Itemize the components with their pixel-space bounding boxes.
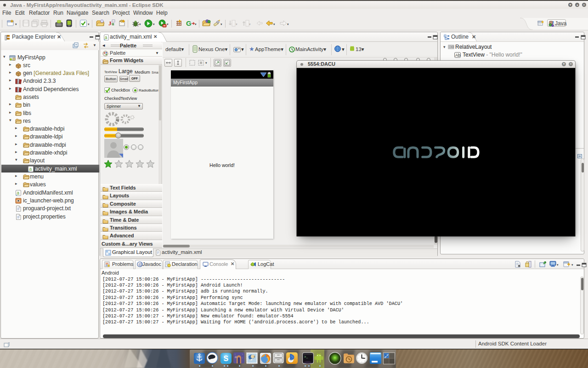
svg-text:Ab: Ab xyxy=(455,53,460,58)
svg-text:a: a xyxy=(105,35,107,40)
svg-text:@: @ xyxy=(138,262,142,267)
svg-text:S: S xyxy=(224,355,229,362)
svg-text:a: a xyxy=(29,167,32,172)
svg-text:J: J xyxy=(552,21,554,25)
svg-text:G: G xyxy=(186,19,192,27)
svg-text:a: a xyxy=(17,190,20,196)
svg-text:>_: >_ xyxy=(304,355,308,359)
svg-text:J: J xyxy=(108,20,112,27)
